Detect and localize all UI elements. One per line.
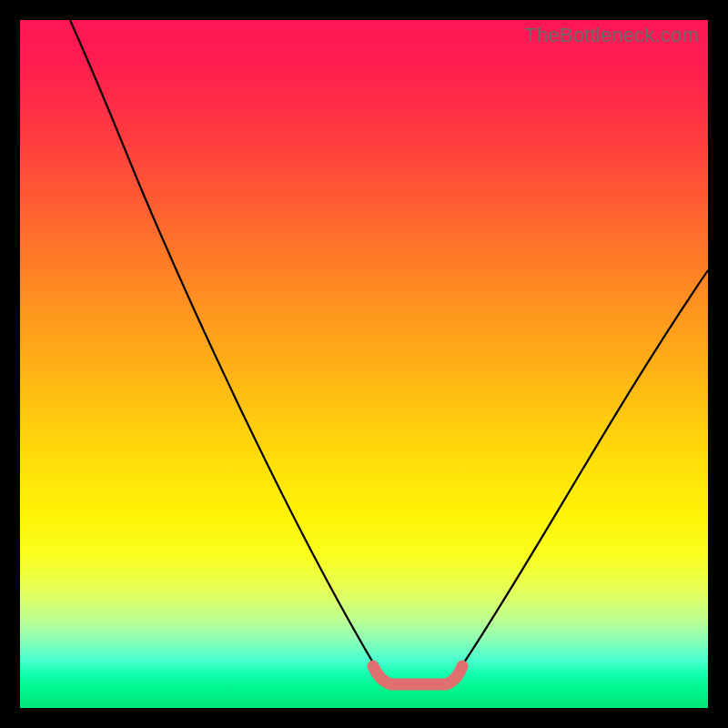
bottleneck-curve-right <box>457 270 708 673</box>
chart-frame: TheBottleneck.com <box>0 0 728 728</box>
bottleneck-curve-left <box>70 20 379 673</box>
chart-curves <box>20 20 708 708</box>
chart-plot-area: TheBottleneck.com <box>20 20 708 708</box>
flat-bottom-marker <box>373 666 462 684</box>
